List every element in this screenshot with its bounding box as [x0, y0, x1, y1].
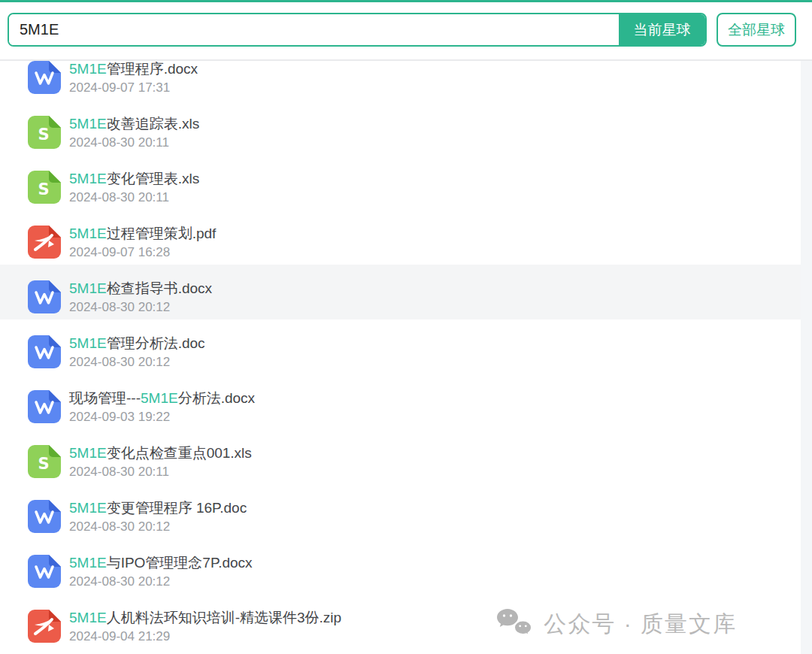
- list-item[interactable]: 现场管理---5M1E分析法.docx 2024-09-03 19:22: [0, 374, 812, 429]
- file-date: 2024-08-30 20:12: [69, 519, 247, 534]
- file-texts: 5M1E与IPO管理理念7P.docx 2024-08-30 20:12: [69, 554, 253, 589]
- list-item[interactable]: 5M1E与IPO管理理念7P.docx 2024-08-30 20:12: [0, 539, 812, 594]
- file-date: 2024-08-30 20:12: [69, 299, 212, 315]
- file-name[interactable]: 5M1E过程管理策划.pdf: [69, 225, 216, 242]
- list-item[interactable]: S 5M1E变化管理表.xls 2024-08-30 20:11: [0, 155, 812, 210]
- pdf-file-icon: [27, 609, 62, 643]
- list-item[interactable]: 5M1E过程管理策划.pdf 2024-09-07 16:28: [0, 210, 812, 265]
- file-name-text: 现场管理---: [69, 390, 141, 406]
- file-name-text: 人机料法环知识培训-精选课件3份.zip: [107, 610, 341, 625]
- file-name-highlight: 5M1E: [69, 335, 107, 351]
- file-name-highlight: 5M1E: [69, 226, 107, 241]
- file-date: 2024-09-07 16:28: [69, 244, 216, 260]
- file-name-text: 过程管理策划.pdf: [107, 226, 217, 241]
- file-list: 5M1E管理程序.docx 2024-09-07 17:31 S 5M1E改善追…: [0, 61, 812, 649]
- pdf-file-icon: [27, 225, 62, 259]
- file-texts: 5M1E变化点检查重点001.xls 2024-08-30 20:11: [69, 444, 252, 480]
- list-item[interactable]: 5M1E变更管理程序 16P.doc 2024-08-30 20:12: [0, 484, 812, 539]
- word-file-icon: [27, 61, 62, 95]
- excel-file-icon: S: [27, 444, 62, 479]
- file-name[interactable]: 5M1E检查指导书.docx: [69, 280, 212, 297]
- file-name[interactable]: 5M1E变化管理表.xls: [69, 170, 199, 187]
- file-texts: 5M1E管理程序.docx 2024-09-07 17:31: [69, 61, 198, 95]
- file-name-highlight: 5M1E: [141, 390, 178, 406]
- search-current-planet-button[interactable]: 当前星球: [619, 14, 705, 45]
- excel-file-icon: S: [27, 115, 62, 150]
- file-date: 2024-09-04 21:29: [69, 628, 341, 644]
- file-date: 2024-08-30 20:11: [69, 189, 199, 205]
- svg-text:S: S: [38, 455, 49, 473]
- file-name-highlight: 5M1E: [69, 500, 107, 516]
- file-name-text: 变更管理程序 16P.doc: [107, 500, 247, 516]
- file-texts: 5M1E改善追踪表.xls 2024-08-30 20:11: [69, 115, 199, 150]
- file-texts: 5M1E检查指导书.docx 2024-08-30 20:12: [69, 280, 212, 315]
- word-file-icon: [27, 554, 62, 589]
- file-texts: 5M1E变化管理表.xls 2024-08-30 20:11: [69, 170, 199, 205]
- list-item[interactable]: 5M1E人机料法环知识培训-精选课件3份.zip 2024-09-04 21:2…: [0, 594, 812, 649]
- list-item[interactable]: S 5M1E改善追踪表.xls 2024-08-30 20:11: [0, 100, 812, 155]
- file-texts: 现场管理---5M1E分析法.docx 2024-09-03 19:22: [69, 389, 255, 425]
- file-date: 2024-09-03 19:22: [69, 409, 255, 425]
- file-name-highlight: 5M1E: [69, 171, 107, 186]
- file-texts: 5M1E管理分析法.doc 2024-08-30 20:12: [69, 335, 205, 370]
- word-file-icon: [27, 335, 62, 369]
- word-file-icon: [27, 389, 62, 424]
- file-name[interactable]: 5M1E改善追踪表.xls: [69, 115, 199, 132]
- file-date: 2024-08-30 20:12: [69, 574, 253, 589]
- file-name[interactable]: 5M1E与IPO管理理念7P.docx: [69, 554, 253, 571]
- file-date: 2024-08-30 20:11: [69, 135, 199, 150]
- file-name-highlight: 5M1E: [69, 610, 107, 625]
- search-input[interactable]: [9, 14, 619, 45]
- file-name-text: 改善追踪表.xls: [107, 116, 200, 132]
- file-name[interactable]: 5M1E人机料法环知识培训-精选课件3份.zip: [69, 609, 341, 626]
- file-name[interactable]: 5M1E管理程序.docx: [69, 61, 198, 77]
- file-name-text: 管理程序.docx: [107, 61, 198, 77]
- search-all-planets-button[interactable]: 全部星球: [717, 13, 796, 47]
- search-input-group: 当前星球: [8, 13, 707, 47]
- list-item[interactable]: S 5M1E变化点检查重点001.xls 2024-08-30 20:11: [0, 429, 812, 484]
- file-date: 2024-08-30 20:11: [69, 464, 252, 480]
- list-item[interactable]: 5M1E检查指导书.docx 2024-08-30 20:12: [0, 265, 812, 319]
- file-name-text: 变化管理表.xls: [107, 171, 200, 186]
- file-name-text: 分析法.docx: [178, 390, 255, 406]
- file-name-text: 变化点检查重点001.xls: [107, 445, 252, 461]
- file-name-highlight: 5M1E: [69, 280, 107, 296]
- word-file-icon: [27, 280, 62, 314]
- scrollbar[interactable]: [801, 61, 812, 654]
- file-name[interactable]: 现场管理---5M1E分析法.docx: [69, 389, 255, 407]
- svg-text:S: S: [38, 126, 49, 144]
- file-name-text: 检查指导书.docx: [107, 280, 212, 296]
- file-texts: 5M1E变更管理程序 16P.doc 2024-08-30 20:12: [69, 499, 247, 534]
- file-date: 2024-08-30 20:12: [69, 354, 205, 370]
- file-name[interactable]: 5M1E变更管理程序 16P.doc: [69, 499, 247, 516]
- file-name[interactable]: 5M1E变化点检查重点001.xls: [69, 444, 252, 462]
- file-name-highlight: 5M1E: [69, 116, 107, 132]
- file-name-highlight: 5M1E: [69, 445, 107, 461]
- search-bar: 当前星球 全部星球: [0, 2, 812, 59]
- file-name-text: 与IPO管理理念7P.docx: [107, 555, 253, 571]
- word-file-icon: [27, 499, 62, 534]
- file-name[interactable]: 5M1E管理分析法.doc: [69, 335, 205, 352]
- file-texts: 5M1E人机料法环知识培训-精选课件3份.zip 2024-09-04 21:2…: [69, 609, 341, 644]
- file-date: 2024-09-07 17:31: [69, 80, 198, 95]
- svg-text:S: S: [38, 180, 49, 198]
- file-name-highlight: 5M1E: [69, 555, 107, 571]
- file-texts: 5M1E过程管理策划.pdf 2024-09-07 16:28: [69, 225, 216, 260]
- file-name-highlight: 5M1E: [69, 61, 107, 77]
- list-item[interactable]: 5M1E管理分析法.doc 2024-08-30 20:12: [0, 319, 812, 374]
- excel-file-icon: S: [27, 170, 62, 204]
- file-name-text: 管理分析法.doc: [107, 335, 205, 351]
- file-list-viewport: 5M1E管理程序.docx 2024-09-07 17:31 S 5M1E改善追…: [0, 61, 812, 654]
- list-item[interactable]: 5M1E管理程序.docx 2024-09-07 17:31: [0, 61, 812, 100]
